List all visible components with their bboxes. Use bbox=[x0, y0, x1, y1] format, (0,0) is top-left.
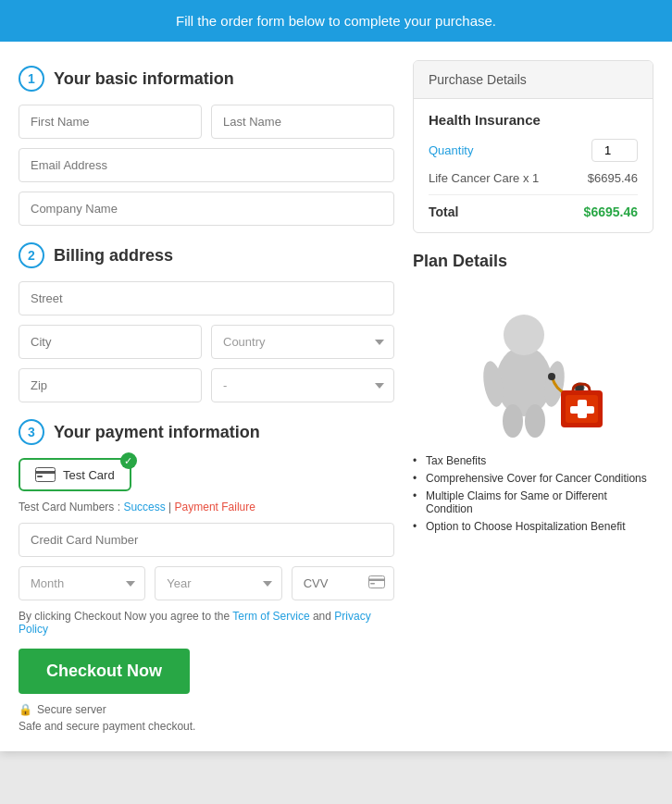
card-number-row bbox=[19, 523, 394, 557]
cvv-card-icon bbox=[368, 575, 385, 592]
name-row bbox=[19, 105, 394, 139]
svg-rect-3 bbox=[368, 575, 384, 588]
total-label: Total bbox=[429, 204, 458, 219]
street-row bbox=[19, 281, 394, 315]
card-option[interactable]: ✓ Test Card bbox=[19, 458, 131, 491]
banner-text: Fill the order form below to complete yo… bbox=[176, 13, 496, 29]
cvv-row: Month 01020304 05060708 09101112 Year 20… bbox=[19, 566, 394, 600]
success-link[interactable]: Success bbox=[123, 501, 165, 513]
svg-rect-4 bbox=[368, 578, 385, 581]
company-row bbox=[19, 192, 394, 226]
plan-image-container bbox=[413, 284, 653, 441]
street-input[interactable] bbox=[19, 281, 394, 315]
billing-header: 2 Billing address bbox=[19, 242, 394, 268]
left-panel: 1 Your basic information 2 Billing addre… bbox=[19, 60, 394, 733]
main-content: 1 Your basic information 2 Billing addre… bbox=[0, 42, 672, 751]
section-title-3: Your payment information bbox=[54, 423, 260, 442]
country-select[interactable]: Country bbox=[211, 325, 394, 359]
page-wrapper: Fill the order form below to complete yo… bbox=[0, 0, 672, 751]
section-number-2: 2 bbox=[19, 242, 44, 268]
safe-text: Safe and secure payment checkout. bbox=[19, 720, 394, 733]
purchase-details-header: Purchase Details bbox=[414, 61, 653, 99]
card-number-input[interactable] bbox=[19, 523, 394, 557]
company-input[interactable] bbox=[19, 192, 394, 226]
basic-info-header: 1 Your basic information bbox=[19, 66, 394, 92]
checkout-button[interactable]: Checkout Now bbox=[19, 649, 190, 694]
section-number-3: 3 bbox=[19, 419, 44, 445]
test-card-label: Test Card Numbers : bbox=[19, 501, 120, 513]
quantity-input[interactable] bbox=[591, 139, 638, 162]
terms-text: By clicking Checkout Now you agree to th… bbox=[19, 610, 394, 636]
section-number-1: 1 bbox=[19, 66, 44, 92]
payment-header: 3 Your payment information bbox=[19, 419, 394, 445]
svg-rect-2 bbox=[37, 476, 43, 477]
svg-rect-5 bbox=[370, 583, 375, 585]
line-item-label: Life Cancer Care x 1 bbox=[429, 171, 539, 185]
svg-rect-0 bbox=[36, 468, 56, 482]
city-input[interactable] bbox=[19, 325, 202, 359]
failure-link[interactable]: Payment Failure bbox=[175, 501, 255, 513]
right-panel: Purchase Details Health Insurance Quanti… bbox=[413, 60, 653, 733]
last-name-input[interactable] bbox=[211, 105, 394, 139]
zip-state-row: - bbox=[19, 368, 394, 402]
svg-point-10 bbox=[503, 404, 523, 438]
top-banner: Fill the order form below to complete yo… bbox=[0, 0, 672, 42]
purchase-details-body: Health Insurance Quantity Life Cancer Ca… bbox=[414, 99, 653, 232]
svg-point-6 bbox=[496, 346, 552, 416]
svg-point-11 bbox=[525, 404, 545, 438]
section-title-1: Your basic information bbox=[54, 69, 234, 89]
benefit-item: Comprehensive Cover for Cancer Condition… bbox=[413, 472, 653, 485]
credit-card-icon bbox=[35, 467, 56, 482]
svg-rect-17 bbox=[570, 406, 594, 414]
check-icon: ✓ bbox=[120, 452, 137, 469]
month-select[interactable]: Month 01020304 05060708 09101112 bbox=[19, 566, 145, 600]
svg-point-13 bbox=[548, 373, 555, 380]
year-select[interactable]: Year 2024202520262027 bbox=[155, 566, 281, 600]
state-select[interactable]: - bbox=[211, 368, 394, 402]
first-name-input[interactable] bbox=[19, 105, 202, 139]
email-input[interactable] bbox=[19, 148, 394, 182]
zip-input[interactable] bbox=[19, 368, 202, 402]
plan-details-title: Plan Details bbox=[413, 252, 653, 271]
secure-label: Secure server bbox=[37, 703, 106, 716]
benefit-item: Option to Choose Hospitalization Benefit bbox=[413, 520, 653, 533]
plan-figure bbox=[450, 284, 616, 441]
line-item: Life Cancer Care x 1 $6695.46 bbox=[429, 171, 638, 195]
email-row bbox=[19, 148, 394, 182]
purchase-details-box: Purchase Details Health Insurance Quanti… bbox=[413, 60, 653, 233]
secure-server-row: 🔒 Secure server bbox=[19, 703, 394, 716]
total-row: Total $6695.46 bbox=[429, 204, 638, 219]
plan-benefits: Tax BenefitsComprehensive Cover for Canc… bbox=[413, 454, 653, 533]
total-amount: $6695.46 bbox=[584, 204, 638, 219]
card-label: Test Card bbox=[63, 468, 115, 482]
line-item-price: $6695.46 bbox=[588, 171, 638, 185]
benefit-item: Multiple Claims for Same or Different Co… bbox=[413, 489, 653, 515]
quantity-row: Quantity bbox=[429, 139, 638, 162]
svg-rect-1 bbox=[35, 471, 56, 474]
lock-icon: 🔒 bbox=[19, 703, 32, 716]
test-card-info: Test Card Numbers : Success | Payment Fa… bbox=[19, 501, 394, 513]
section-title-2: Billing address bbox=[54, 246, 173, 266]
quantity-label: Quantity bbox=[429, 143, 473, 157]
plan-details: Plan Details bbox=[413, 252, 653, 533]
tos-link[interactable]: Term of Service bbox=[232, 610, 309, 623]
product-name: Health Insurance bbox=[429, 112, 638, 128]
cvv-wrapper bbox=[292, 566, 394, 600]
city-country-row: Country bbox=[19, 325, 394, 359]
benefit-item: Tax Benefits bbox=[413, 454, 653, 467]
svg-point-7 bbox=[504, 315, 544, 355]
